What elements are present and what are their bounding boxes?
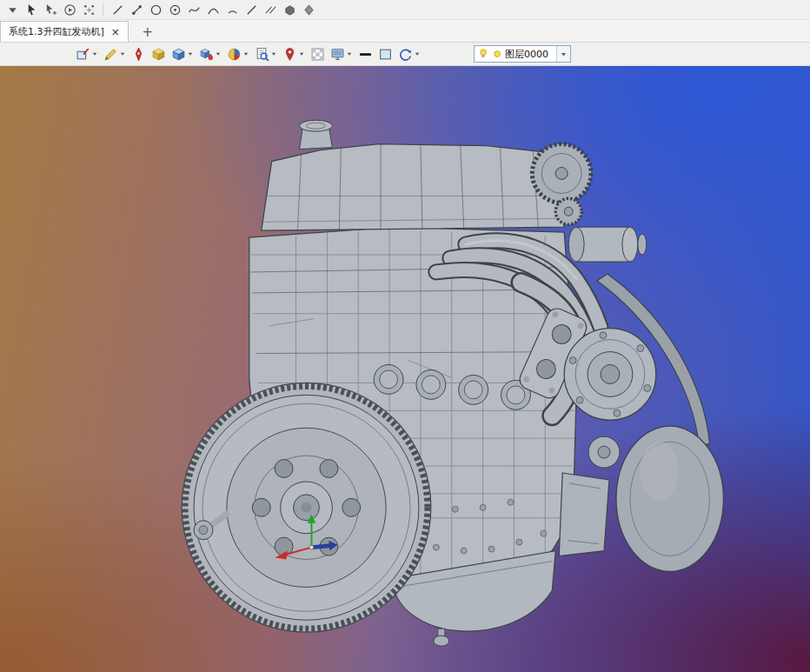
layer-combo-caret[interactable] (556, 46, 570, 62)
pie-chart-icon[interactable] (226, 44, 250, 63)
display-toolbar: 图层0000 (0, 43, 810, 66)
texture-checker-icon[interactable] (309, 44, 326, 63)
tab-close-icon[interactable]: × (111, 27, 120, 37)
line-width-icon[interactable] (357, 44, 374, 63)
display-monitor-icon[interactable] (329, 44, 354, 63)
segment-icon[interactable] (243, 2, 259, 17)
pick-arrow-icon[interactable] (43, 2, 58, 17)
parallel-lines-icon[interactable] (262, 2, 278, 17)
blue-cube-icon[interactable] (170, 44, 195, 63)
yellow-cube-icon[interactable] (150, 44, 167, 63)
engine-model[interactable] (0, 66, 810, 672)
hexagon-solid-icon[interactable] (282, 2, 297, 17)
mount-bracket[interactable] (559, 473, 609, 556)
quick-access-toolbar (0, 0, 810, 20)
play-icon[interactable] (62, 2, 77, 17)
menu-caret-icon[interactable] (4, 2, 20, 17)
valve-cover[interactable] (262, 120, 565, 230)
line-icon[interactable] (110, 2, 125, 17)
layer-color-dot (492, 49, 502, 59)
flywheel[interactable] (182, 383, 431, 632)
tab-label: 系统1.3升四缸发动机] (9, 25, 104, 38)
snap-points-icon[interactable] (81, 2, 96, 17)
diamond-solid-icon[interactable] (301, 2, 316, 17)
new-tab-button[interactable]: + (137, 23, 158, 42)
circle-icon[interactable] (148, 2, 163, 17)
point-line-icon[interactable] (129, 2, 144, 17)
insert-sketch-icon[interactable] (75, 44, 99, 63)
pen-style-icon[interactable] (130, 44, 147, 63)
locate-pin-icon[interactable] (282, 44, 306, 63)
orbit-view-icon[interactable] (397, 44, 422, 63)
curve-icon[interactable] (205, 2, 221, 17)
spline-icon[interactable] (186, 2, 202, 17)
belt-and-cover[interactable] (597, 274, 723, 572)
document-tab-bar: 系统1.3升四缸发动机] × + (0, 20, 810, 43)
select-arrow-icon[interactable] (23, 2, 39, 17)
layer-combobox[interactable]: 图层0000 (474, 45, 571, 63)
arc-icon[interactable] (224, 2, 240, 17)
pencil-edit-icon[interactable] (103, 44, 127, 63)
cad-window: 系统1.3升四缸发动机] × + 图层0000 (0, 0, 810, 672)
layer-combo-value: 图层0000 (505, 48, 554, 61)
color-swatch-icon[interactable] (377, 44, 394, 63)
viewport-3d[interactable] (0, 66, 810, 672)
alternator-cylinder[interactable] (568, 227, 647, 262)
lightbulb-icon (477, 48, 489, 60)
render-material-icon[interactable] (198, 44, 222, 63)
toolbar-separator (103, 3, 103, 16)
document-tab[interactable]: 系统1.3升四缸发动机] × (0, 21, 129, 42)
search-document-icon[interactable] (254, 44, 278, 63)
center-circle-icon[interactable] (167, 2, 183, 17)
